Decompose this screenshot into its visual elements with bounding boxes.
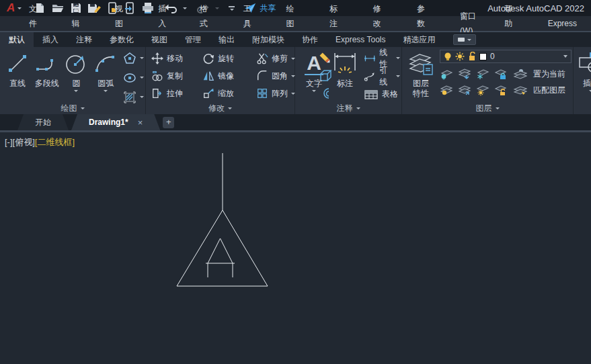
insert-block-button[interactable]: 插入 [576,50,591,92]
circle-button[interactable]: 圆 [63,50,90,105]
layer-unisolate-icon[interactable] [458,85,471,96]
layer-on-bulb-icon [444,52,452,61]
stretch-button[interactable]: 拉伸 [151,85,202,102]
line-button[interactable]: 直线 [4,50,31,105]
chevron-down-icon [312,90,316,92]
chevron-down-icon [228,107,232,109]
panel-icon [458,38,465,42]
draw-panel-label[interactable]: 绘图 [0,103,145,113]
array-icon [256,87,268,99]
layer-properties-button[interactable]: 图层 特性 [406,50,436,98]
ribbon-tab-collaborate[interactable]: 协作 [293,32,327,47]
stretch-icon [151,87,163,99]
linear-dimension-icon [364,54,376,63]
chevron-down-icon [396,57,400,59]
ribbon-tab-bar: 默认 插入 注释 参数化 视图 管理 输出 附加模块 协作 Express To… [0,32,591,47]
mirror-button[interactable]: 镜像 [202,68,256,85]
menu-express[interactable]: Express [534,16,591,31]
layer-on-icon[interactable] [440,85,453,96]
layers-panel: 图层 特性 [402,47,574,114]
drawing1-tab[interactable]: Drawing1* × [71,114,160,130]
leader-button[interactable]: 引线 [364,68,400,85]
new-drawing-button[interactable]: + [163,117,174,128]
layer-freeze-icon[interactable] [476,69,489,80]
leader-icon [364,71,376,82]
arc-icon [93,50,118,78]
move-button[interactable]: 移动 [151,50,202,67]
viewport-visual-style-control[interactable]: [二维线框] [35,137,75,147]
linear-dimension-button[interactable]: 线性 [364,50,400,66]
ribbon-tab-manage[interactable]: 管理 [176,32,210,47]
close-tab-icon[interactable]: × [138,118,143,128]
layer-select-dropdown[interactable]: 0 [440,50,572,63]
rotate-button[interactable]: 旋转 [202,50,256,67]
fillet-icon [256,70,268,82]
ribbon-tab-output[interactable]: 输出 [210,32,243,47]
chevron-down-icon [396,75,400,77]
draw-panel: 直线 多段线 [0,47,146,114]
chevron-down-icon [140,77,144,79]
polygon-icon [123,52,136,65]
annotate-panel-label[interactable]: 注释 [295,103,401,113]
chevron-down-icon [140,57,144,59]
scale-button[interactable]: 缩放 [202,85,256,102]
hatch-icon [123,91,136,104]
match-layer-icon [512,85,527,96]
chevron-down-icon [81,107,85,109]
table-button[interactable]: 表格 [364,86,400,103]
mirror-icon [202,70,214,82]
layer-unlock-row-icon[interactable] [494,85,508,96]
start-tab[interactable]: 开始 [17,114,69,130]
layer-unlock-icon [468,52,476,61]
polyline-button[interactable]: 多段线 [34,50,61,105]
polygon-button[interactable] [123,50,144,66]
rotate-icon [202,52,214,64]
dimension-button[interactable]: 标注 [331,50,358,103]
chevron-down-icon [140,96,144,98]
line-icon [6,50,29,78]
redo-button[interactable] [194,1,212,15]
match-layer-button[interactable]: 匹配图层 [533,85,565,96]
ribbon-tab-featured-apps[interactable]: 精选应用 [394,32,444,47]
ribbon-tab-addins[interactable]: 附加模块 [243,32,293,47]
ribbon-tab-view[interactable]: 视图 [143,32,176,47]
menu-bar: 文件(F) 编辑(E) 视图(V) 插入(I) 格式(O) 工具(T) 绘图(D… [0,16,591,32]
ellipse-button[interactable] [123,69,144,86]
text-button[interactable]: A 文字 [301,50,327,103]
copy-button[interactable]: 复制 [151,68,202,85]
chevron-down-icon [104,90,108,92]
chevron-down-icon [467,39,471,41]
circle-icon [63,50,89,78]
layer-lock-icon[interactable] [494,69,508,80]
ribbon: 直线 多段线 [0,47,591,114]
layers-panel-label[interactable]: 图层 [402,103,573,113]
ribbon-tab-express-tools[interactable]: Express Tools [327,32,394,47]
redo-dropdown[interactable] [212,1,222,15]
arc-button[interactable]: 圆弧 [92,50,119,105]
ribbon-tab-home[interactable]: 默认 [0,32,34,47]
ribbon-tab-parametric[interactable]: 参数化 [101,32,143,47]
document-tab-bar: 开始 Drawing1* × + [0,114,591,130]
viewport-minimize-control[interactable]: [-] [5,137,13,147]
chevron-down-icon [563,55,567,58]
ribbon-tab-annotate[interactable]: 注释 [67,32,101,47]
copy-icon [151,70,163,82]
viewport-view-control[interactable]: [俯视] [13,137,35,147]
chevron-down-icon [356,107,360,109]
drawing-canvas[interactable]: [-][俯视][二维线框] [0,132,591,364]
ribbon-tab-insert[interactable]: 插入 [34,32,67,47]
ellipse-icon [123,73,136,83]
chevron-down-icon [74,90,78,92]
set-current-button[interactable]: 置为当前 [533,69,565,80]
annotate-panel: A 文字 [295,47,402,114]
move-icon [151,52,163,64]
layer-off-icon[interactable] [440,69,453,80]
text-icon: A [305,50,323,78]
layer-thaw-sun-icon [455,52,465,61]
modify-panel-label[interactable]: 修改 [146,103,294,113]
viewport-controls: [-][俯视][二维线框] [5,136,75,148]
layer-isolate-icon[interactable] [458,69,471,80]
ribbon-display-toggle[interactable] [453,34,476,45]
layer-thaw-icon[interactable] [476,85,489,96]
set-current-icon [512,69,527,80]
